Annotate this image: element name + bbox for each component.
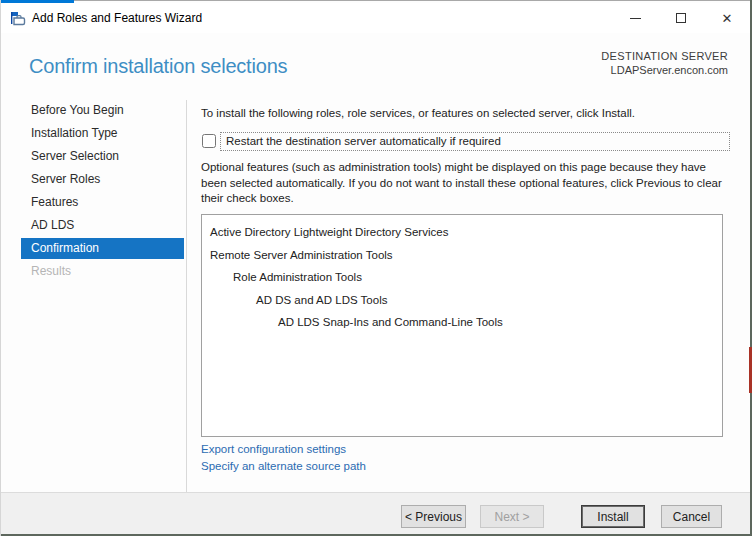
note-line-1: Optional features (such as administratio… (201, 160, 736, 176)
close-icon: ✕ (722, 12, 733, 25)
window-title: Add Roles and Features Wizard (32, 11, 202, 25)
tree-item-ad-lds-snapins[interactable]: AD LDS Snap-Ins and Command-Line Tools (202, 312, 722, 335)
tree-item-role-admin-tools[interactable]: Role Administration Tools (202, 267, 722, 290)
footer-links: Export configuration settings Specify an… (201, 441, 366, 475)
minimize-button[interactable] (612, 3, 658, 33)
previous-button[interactable]: < Previous (401, 505, 466, 528)
minimize-icon (630, 18, 641, 19)
sidebar-item-installation-type[interactable]: Installation Type (1, 123, 186, 146)
sidebar-item-results: Results (1, 261, 186, 284)
page-title: Confirm installation selections (29, 55, 287, 78)
sidebar-item-confirmation[interactable]: Confirmation (21, 238, 184, 259)
title-bar: Add Roles and Features Wizard ✕ (1, 3, 750, 33)
sidebar-item-features[interactable]: Features (1, 192, 186, 215)
confirmation-page-content: To install the following roles, role ser… (201, 100, 736, 492)
sidebar-item-before-you-begin[interactable]: Before You Begin (1, 100, 186, 123)
wizard-button-bar: < Previous Next > Install Cancel (1, 492, 750, 534)
tree-item-ad-lds-role[interactable]: Active Directory Lightweight Directory S… (202, 222, 722, 245)
selected-features-listbox: Active Directory Lightweight Directory S… (201, 214, 723, 437)
tree-item-ad-ds-ad-lds-tools[interactable]: AD DS and AD LDS Tools (202, 290, 722, 313)
sidebar-item-server-selection[interactable]: Server Selection (1, 146, 186, 169)
restart-checkbox[interactable] (202, 134, 216, 148)
destination-server-name: LDAPServer.encon.com (601, 64, 728, 76)
optional-features-note: Optional features (such as administratio… (201, 160, 736, 207)
next-button: Next > (480, 505, 544, 528)
wizard-steps-sidebar: Before You Begin Installation Type Serve… (1, 100, 186, 492)
close-button[interactable]: ✕ (704, 3, 750, 33)
note-line-3: their check boxes. (201, 191, 736, 207)
window-top-border (74, 0, 752, 1)
maximize-button[interactable] (658, 3, 704, 33)
note-line-2: been selected automatically. If you do n… (201, 176, 736, 192)
destination-server-block: DESTINATION SERVER LDAPServer.encon.com (601, 50, 728, 76)
sidebar-item-ad-lds[interactable]: AD LDS (1, 215, 186, 238)
add-roles-features-wizard-window: Add Roles and Features Wizard ✕ Confirm … (0, 0, 752, 536)
destination-server-label: DESTINATION SERVER (601, 50, 728, 62)
sidebar-item-server-roles[interactable]: Server Roles (1, 169, 186, 192)
export-configuration-link[interactable]: Export configuration settings (201, 441, 366, 458)
sidebar-content-divider (186, 100, 187, 492)
restart-checkbox-row: Restart the destination server automatic… (201, 132, 736, 151)
restart-checkbox-label[interactable]: Restart the destination server automatic… (220, 132, 730, 151)
cancel-button[interactable]: Cancel (661, 505, 722, 528)
maximize-icon (676, 13, 686, 23)
install-button[interactable]: Install (581, 505, 645, 528)
intro-text: To install the following roles, role ser… (201, 107, 736, 119)
alternate-source-path-link[interactable]: Specify an alternate source path (201, 458, 366, 475)
wizard-toolbox-icon (10, 10, 26, 26)
tree-item-rsat[interactable]: Remote Server Administration Tools (202, 245, 722, 268)
